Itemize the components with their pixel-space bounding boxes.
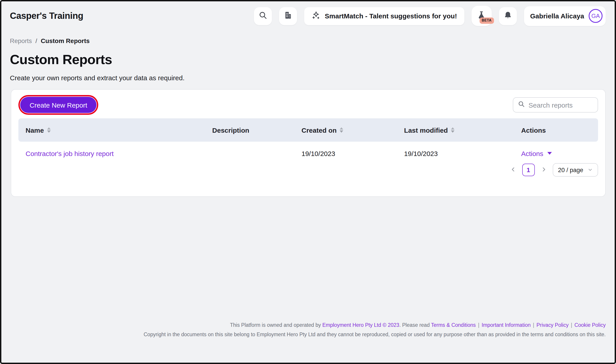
report-description-cell <box>205 142 294 165</box>
beta-badge: BETA <box>479 17 494 24</box>
page-number-button[interactable]: 1 <box>522 164 535 176</box>
actions-label: Actions <box>521 150 543 157</box>
reports-table: Name Description Created on Last modifie… <box>18 118 598 165</box>
footer-text: . Please read <box>399 322 431 328</box>
sparkles-icon <box>311 11 321 21</box>
important-information-link[interactable]: Important Information <box>482 322 531 328</box>
report-last-modified-cell: 19/10/2023 <box>397 142 514 165</box>
breadcrumb-current: Custom Reports <box>41 37 90 44</box>
smartmatch-button[interactable]: SmartMatch - Talent suggestions for you! <box>304 7 464 25</box>
smartmatch-label: SmartMatch - Talent suggestions for you! <box>325 12 457 20</box>
page-title: Custom Reports <box>10 52 615 67</box>
report-name-link[interactable]: Contractor's job history report <box>26 150 114 157</box>
global-search-button[interactable] <box>254 7 272 25</box>
search-reports-box <box>513 97 598 113</box>
column-header-actions: Actions <box>514 118 598 142</box>
user-menu-button[interactable]: Gabriella Alicaya GA <box>524 6 606 26</box>
reports-card: Create New Report Name Description <box>11 89 606 197</box>
row-actions-dropdown[interactable]: Actions <box>521 150 552 157</box>
report-created-on-cell: 19/10/2023 <box>294 142 397 165</box>
avatar: GA <box>589 9 603 23</box>
chevron-down-icon <box>588 167 593 173</box>
user-name: Gabriella Alicaya <box>530 12 584 20</box>
sort-icon <box>451 127 455 133</box>
chevron-left-icon <box>510 166 516 174</box>
labs-button[interactable]: BETA <box>471 6 492 26</box>
company-link[interactable]: Employment Hero Pty Ltd © 2023 <box>322 322 399 328</box>
cookie-policy-link[interactable]: Cookie Policy <box>575 322 606 328</box>
sort-icon <box>47 127 51 133</box>
pagination: 1 20 / page <box>509 163 598 177</box>
search-reports-input[interactable] <box>529 101 593 109</box>
triangle-down-icon <box>547 152 552 155</box>
table-header-row: Name Description Created on Last modifie… <box>18 118 598 142</box>
page-subtitle: Create your own reports and extract your… <box>10 74 615 82</box>
breadcrumb-reports[interactable]: Reports <box>10 37 32 44</box>
create-new-report-button[interactable]: Create New Report <box>20 97 97 113</box>
notifications-button[interactable] <box>499 7 517 25</box>
column-header-last-modified[interactable]: Last modified <box>397 118 514 142</box>
bell-icon <box>503 11 512 21</box>
next-page-button[interactable] <box>539 165 548 175</box>
table-row: Contractor's job history report 19/10/20… <box>18 142 598 165</box>
company-switcher-button[interactable] <box>279 7 297 25</box>
building-icon <box>283 11 293 21</box>
column-label: Created on <box>301 126 337 134</box>
privacy-policy-link[interactable]: Privacy Policy <box>536 322 569 328</box>
column-label: Actions <box>521 126 546 134</box>
footer-separator: | <box>533 322 534 328</box>
column-label: Last modified <box>404 126 448 134</box>
column-header-description: Description <box>205 118 294 142</box>
column-header-created-on[interactable]: Created on <box>294 118 397 142</box>
breadcrumb: Reports / Custom Reports <box>10 37 615 44</box>
footer-line2: Copyright in the documents on this site … <box>144 332 606 337</box>
column-label: Name <box>26 126 44 134</box>
footer-text: This Platform is owned and operated by <box>230 322 322 328</box>
search-icon <box>258 11 268 21</box>
search-icon <box>518 100 525 109</box>
terms-link[interactable]: Terms & Conditions <box>431 322 476 328</box>
card-toolbar: Create New Report <box>18 97 598 113</box>
topbar-actions: SmartMatch - Talent suggestions for you!… <box>254 6 606 26</box>
footer-line1: This Platform is owned and operated by E… <box>144 322 606 328</box>
column-label: Description <box>212 126 249 134</box>
top-bar: Casper's Training <box>1 1 615 26</box>
footer-separator: | <box>571 322 572 328</box>
app-window: Casper's Training <box>0 0 616 364</box>
previous-page-button[interactable] <box>509 165 517 175</box>
page-size-select[interactable]: 20 / page <box>552 163 598 177</box>
chevron-right-icon <box>540 166 547 174</box>
page-size-value: 20 / page <box>558 167 583 173</box>
sort-icon <box>340 127 343 133</box>
column-header-name[interactable]: Name <box>18 118 205 142</box>
breadcrumb-separator: / <box>35 37 37 44</box>
footer-separator: | <box>478 322 479 328</box>
org-title: Casper's Training <box>10 11 83 21</box>
footer: This Platform is owned and operated by E… <box>144 322 606 337</box>
